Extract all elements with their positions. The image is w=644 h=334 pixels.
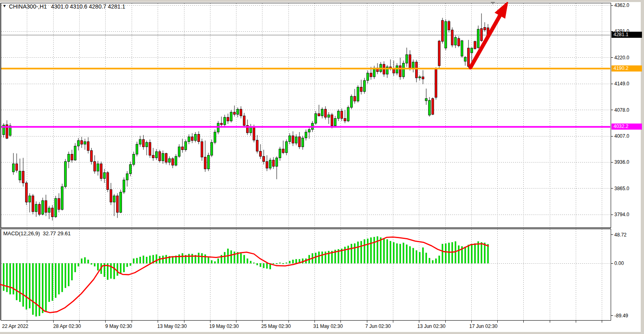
chart-canvas[interactable] <box>0 0 644 334</box>
macd-axis-label: 48.72 <box>614 232 627 238</box>
chart-window: ▼ CHINA300-,H14301.0 4310.6 4280.7 4281.… <box>0 0 644 334</box>
macd-axis-label: 0.00 <box>614 260 624 266</box>
ohlc-readout: 4301.0 4310.6 4280.7 4281.1 <box>51 3 125 10</box>
time-axis-label: 13 Jun 02:30 <box>417 323 445 329</box>
window-bottom-edge <box>0 332 644 334</box>
macd-axis-label: -89.49 <box>614 313 628 319</box>
chart-title: CHINA300-,H14301.0 4310.6 4280.7 4281.1 <box>9 3 125 10</box>
symbol-period-label: CHINA300-,H1 <box>9 3 47 10</box>
price-axis-label: 4220.0 <box>614 55 629 61</box>
time-axis-label: 22 Apr 2022 <box>2 323 28 329</box>
macd-name: MACD(12,26,9) <box>3 230 40 236</box>
time-axis-label: 19 May 02:30 <box>209 323 239 329</box>
price-axis-label: 3936.0 <box>614 159 629 165</box>
window-right-edge <box>641 2 644 332</box>
macd-values-readout: 32.77 29.61 <box>43 230 71 236</box>
time-axis-label: 31 May 02:30 <box>313 323 343 329</box>
time-axis-label: 7 Jun 02:30 <box>365 323 391 329</box>
last-price-badge: 4281.1 <box>611 32 642 38</box>
price-axis-label: 3865.0 <box>614 186 629 191</box>
macd-indicator-label: MACD(12,26,9)32.77 29.61 <box>3 230 71 236</box>
resistance-price-badge: 4190.2 <box>611 65 642 72</box>
time-axis-label: 17 Jun 02:30 <box>469 323 497 329</box>
time-axis-label: 13 May 02:30 <box>157 323 187 329</box>
support-price-badge: 4032.2 <box>611 124 642 130</box>
symbol-dropdown-icon[interactable]: ▼ <box>2 4 7 8</box>
price-axis-label: 3794.0 <box>614 212 629 217</box>
main-pane-frame <box>1 3 611 228</box>
time-axis-label: 28 Apr 02:30 <box>53 323 81 329</box>
time-axis-label: 9 May 02:30 <box>105 323 132 329</box>
price-axis-label: 4007.0 <box>614 133 629 139</box>
macd-pane-frame <box>1 229 611 320</box>
time-axis-label: 25 May 02:30 <box>261 323 291 329</box>
price-axis-label: 4362.0 <box>614 2 629 8</box>
price-axis-label: 4149.0 <box>614 81 629 87</box>
price-axis-label: 4078.0 <box>614 107 629 113</box>
window-top-edge <box>0 0 644 2</box>
